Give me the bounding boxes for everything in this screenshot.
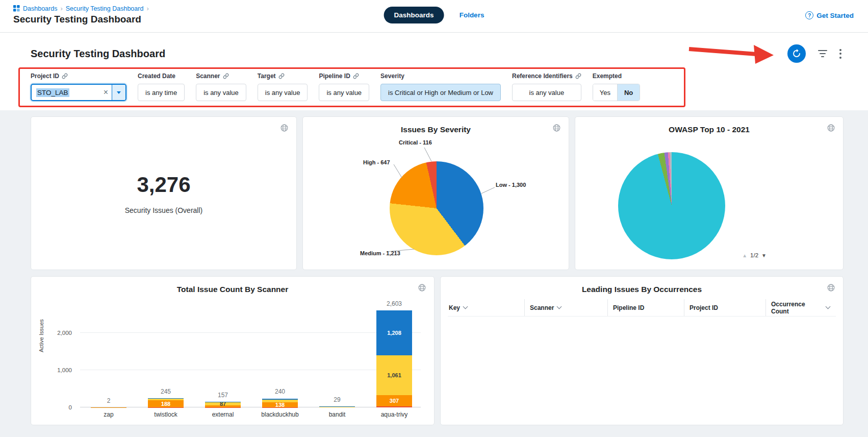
tile-filter-globe-icon[interactable] bbox=[552, 124, 561, 132]
column-header-project-id[interactable]: Project ID bbox=[684, 299, 765, 316]
column-header-scanner[interactable]: Scanner bbox=[524, 299, 607, 316]
tile-filter-globe-icon[interactable] bbox=[827, 283, 835, 292]
pie-label-critical: Critical - 116 bbox=[399, 139, 432, 145]
severity-filter-button[interactable]: is Critical or High or Medium or Low bbox=[380, 84, 501, 101]
bar-column-twistlock: 245188twistlock bbox=[137, 305, 194, 407]
bar-segment-high bbox=[205, 405, 241, 407]
bar-total-label: 157 bbox=[218, 392, 228, 399]
reference-identifiers-filter-button[interactable]: is any value bbox=[512, 84, 581, 101]
chevron-down-icon bbox=[117, 91, 121, 94]
dashboard-header: Security Testing Dashboard Project ID bbox=[0, 33, 868, 110]
issues-by-severity-title: Issues By Severity bbox=[303, 125, 569, 134]
filter-button[interactable] bbox=[818, 50, 827, 58]
table-title: Leading Issues By Occurrences bbox=[441, 285, 843, 294]
filter-reference-identifiers-label: Reference Identifiers bbox=[512, 72, 573, 80]
tile-filter-globe-icon[interactable] bbox=[827, 124, 835, 132]
bar-segment-medium bbox=[148, 399, 184, 400]
table-body bbox=[441, 317, 843, 426]
sort-chevron-icon[interactable] bbox=[463, 304, 468, 309]
security-issues-label: Security Issues (Overall) bbox=[125, 206, 202, 214]
tab-folders[interactable]: Folders bbox=[459, 11, 484, 19]
bar-chart-plot: 01,0002,000 2zap245188twistlock15787exte… bbox=[80, 305, 423, 407]
filter-exempted-label: Exempted bbox=[593, 72, 622, 80]
bar-segment-value: 188 bbox=[148, 400, 184, 407]
scanner-filter-button[interactable]: is any value bbox=[196, 84, 246, 101]
pie-label-high: High - 647 bbox=[363, 159, 390, 165]
created-date-filter-button[interactable]: is any time bbox=[138, 84, 185, 101]
tile-issues-by-severity: Issues By Severity Critical - 116 High -… bbox=[302, 116, 569, 270]
scanner-bar-chart: Active Issues 01,0002,000 2zap245188twis… bbox=[80, 305, 423, 407]
page-down-icon[interactable]: ▼ bbox=[761, 253, 767, 258]
owasp-pie bbox=[618, 152, 725, 259]
sort-chevron-icon[interactable] bbox=[826, 304, 831, 309]
filter-pipeline-id: Pipeline ID is any value bbox=[319, 72, 369, 101]
bar-segment-value: 307 bbox=[376, 395, 412, 406]
bar-stack: 188 bbox=[148, 398, 184, 407]
tile-owasp-top-10: OWASP Top 10 - 2021 ▲ 1/2 ▼ bbox=[575, 116, 844, 270]
project-id-dropdown-button[interactable] bbox=[112, 85, 125, 100]
filter-severity-label: Severity bbox=[380, 72, 404, 80]
clear-icon[interactable]: × bbox=[100, 88, 112, 96]
get-started-link[interactable]: ? Get Started bbox=[805, 11, 854, 19]
refresh-button[interactable] bbox=[787, 44, 806, 63]
project-id-value: STO_LAB bbox=[36, 88, 69, 97]
filter-created-date: Created Date is any time bbox=[138, 72, 185, 101]
link-icon bbox=[223, 73, 229, 79]
bar-stack: 138 bbox=[262, 399, 298, 407]
tab-dashboards[interactable]: Dashboards bbox=[384, 7, 444, 23]
pipeline-id-filter-button[interactable]: is any value bbox=[319, 84, 369, 101]
tile-filter-globe-icon[interactable] bbox=[418, 283, 426, 292]
breadcrumb-separator: › bbox=[146, 5, 148, 12]
tile-total-issue-count-by-scanner: Total Issue Count By Scanner Active Issu… bbox=[31, 276, 435, 425]
bar-stack: 3071,0611,208 bbox=[376, 310, 412, 407]
x-axis-category-label: bandit bbox=[329, 411, 346, 418]
sort-chevron-icon[interactable] bbox=[557, 304, 562, 309]
project-id-input[interactable]: STO_LAB × bbox=[31, 84, 126, 101]
link-icon bbox=[575, 73, 581, 79]
bar-total-label: 245 bbox=[161, 388, 171, 395]
page-up-icon[interactable]: ▲ bbox=[742, 253, 747, 258]
link-icon bbox=[353, 73, 359, 79]
column-header-key[interactable]: Key bbox=[448, 299, 524, 316]
column-header-label: Project ID bbox=[690, 304, 718, 311]
x-axis-category-label: aqua-trivy bbox=[381, 411, 408, 418]
bar-segment-high bbox=[319, 407, 355, 407]
dashboard-actions bbox=[787, 44, 841, 63]
bar-column-blackduckhub: 240138blackduckhub bbox=[251, 305, 309, 407]
bar-chart-title: Total Issue Count By Scanner bbox=[31, 285, 434, 294]
exempted-yes-option[interactable]: Yes bbox=[593, 84, 618, 101]
bar-column-aqua-trivy: 2,6033071,0611,208aqua-trivy bbox=[366, 305, 423, 407]
y-axis-label: Active Issues bbox=[38, 319, 44, 352]
bar-column-external: 15787external bbox=[194, 305, 251, 407]
tile-filter-globe-icon[interactable] bbox=[280, 124, 289, 132]
bar-column-zap: 2zap bbox=[80, 305, 137, 407]
y-tick-label: 1,000 bbox=[57, 367, 72, 373]
security-issues-count: 3,276 bbox=[137, 173, 190, 197]
exempted-no-option[interactable]: No bbox=[618, 84, 640, 101]
bar-segment-low bbox=[148, 398, 184, 399]
owasp-title: OWASP Top 10 - 2021 bbox=[575, 125, 843, 134]
y-axis-ticks: 01,0002,000 bbox=[50, 305, 76, 407]
breadcrumb-dashboards[interactable]: Dashboards bbox=[23, 5, 57, 12]
bar-segment-low: 1,208 bbox=[376, 310, 412, 355]
breadcrumb-current[interactable]: Security Testing Dashboard bbox=[66, 5, 144, 12]
table-header-row: KeyScannerPipeline IDProject IDOccurrenc… bbox=[448, 299, 836, 317]
column-header-occurrence-count[interactable]: Occurrence Count bbox=[765, 299, 836, 316]
x-axis-category-label: twistlock bbox=[154, 411, 177, 418]
column-header-pipeline-id[interactable]: Pipeline ID bbox=[607, 299, 684, 316]
bar-segment-high: 188 bbox=[148, 400, 184, 407]
bar-total-label: 240 bbox=[275, 388, 285, 395]
page-indicator: 1/2 bbox=[750, 252, 758, 258]
filter-target-label: Target bbox=[258, 72, 276, 80]
tile-leading-issues-by-occurrences: Leading Issues By Occurrences KeyScanner… bbox=[440, 276, 844, 425]
more-options-button[interactable] bbox=[839, 49, 841, 59]
column-header-label: Scanner bbox=[530, 304, 554, 311]
bar-total-label: 29 bbox=[334, 396, 340, 403]
target-filter-button[interactable]: is any value bbox=[258, 84, 308, 101]
bar-segment-medium: 1,061 bbox=[376, 355, 412, 395]
bar-total-label: 2 bbox=[107, 397, 111, 404]
filter-scanner: Scanner is any value bbox=[196, 72, 246, 101]
column-header-label: Occurrence Count bbox=[771, 301, 823, 315]
x-axis-category-label: blackduckhub bbox=[261, 411, 298, 418]
filter-project-id: Project ID STO_LAB × bbox=[31, 72, 126, 101]
